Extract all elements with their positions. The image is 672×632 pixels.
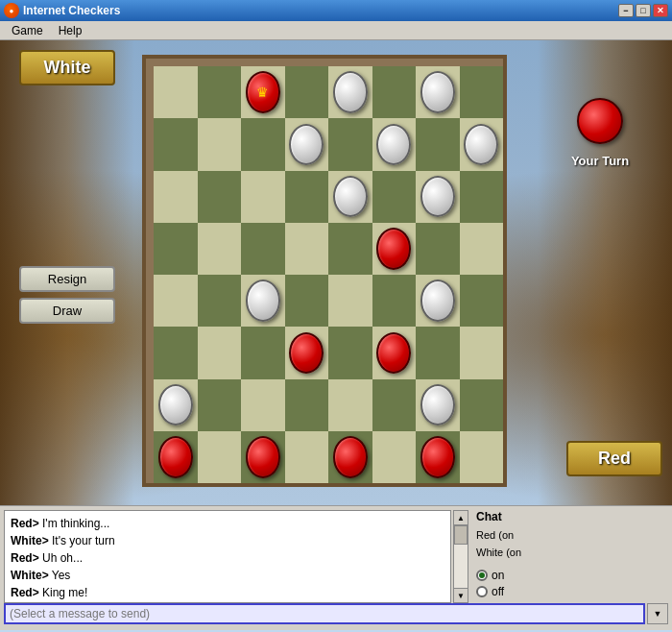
piece-red-7-2[interactable] (246, 436, 280, 477)
cell-3-4[interactable] (328, 223, 372, 275)
piece-white-2-4[interactable] (333, 176, 368, 217)
cell-0-4[interactable] (328, 66, 372, 118)
cell-3-5[interactable] (372, 223, 417, 275)
message-input[interactable] (4, 603, 645, 624)
cell-6-7[interactable] (460, 379, 504, 431)
cell-1-2[interactable] (241, 118, 285, 170)
piece-white-1-5[interactable] (376, 124, 411, 165)
cell-4-0[interactable] (154, 275, 198, 327)
piece-red-5-3[interactable] (289, 332, 324, 374)
cell-0-7[interactable] (460, 66, 504, 118)
radio-on-input[interactable] (476, 570, 488, 581)
cell-3-3[interactable] (285, 223, 329, 275)
cell-5-2[interactable] (241, 327, 285, 378)
cell-0-0[interactable] (154, 66, 198, 118)
piece-red-0-2[interactable] (246, 71, 280, 112)
cell-2-5[interactable] (372, 171, 417, 223)
cell-5-5[interactable] (372, 327, 417, 378)
cell-6-6[interactable] (416, 379, 460, 431)
cell-1-0[interactable] (154, 118, 198, 170)
player-red-box[interactable]: Red (566, 441, 662, 476)
cell-6-3[interactable] (285, 379, 329, 431)
cell-2-0[interactable] (154, 171, 198, 223)
cell-4-6[interactable] (416, 275, 460, 327)
cell-4-3[interactable] (285, 275, 329, 327)
piece-white-2-6[interactable] (420, 176, 455, 217)
piece-red-3-5[interactable] (376, 228, 411, 269)
cell-1-3[interactable] (285, 118, 329, 170)
radio-off-input[interactable] (476, 586, 488, 597)
piece-white-1-7[interactable] (464, 124, 498, 165)
piece-red-5-5[interactable] (376, 332, 411, 374)
cell-1-6[interactable] (416, 118, 460, 170)
cell-7-3[interactable] (285, 431, 329, 483)
cell-0-1[interactable] (198, 66, 242, 118)
cell-1-5[interactable] (372, 118, 417, 170)
radio-on-item[interactable]: on (476, 569, 666, 582)
cell-7-2[interactable] (241, 431, 285, 483)
cell-7-1[interactable] (198, 431, 242, 483)
cell-3-7[interactable] (460, 223, 504, 275)
cell-2-3[interactable] (285, 171, 329, 223)
draw-button[interactable]: Draw (19, 298, 115, 324)
cell-5-7[interactable] (460, 327, 504, 378)
scroll-up-button[interactable]: ▲ (453, 510, 468, 525)
cell-5-1[interactable] (198, 327, 242, 378)
piece-white-6-0[interactable] (158, 384, 193, 425)
cell-4-4[interactable] (328, 275, 372, 327)
cell-6-0[interactable] (154, 379, 198, 431)
cell-5-3[interactable] (285, 327, 329, 378)
piece-red-7-6[interactable] (420, 436, 455, 477)
cell-4-7[interactable] (460, 275, 504, 327)
resign-button[interactable]: Resign (19, 266, 115, 292)
cell-4-1[interactable] (198, 275, 242, 327)
cell-0-6[interactable] (416, 66, 460, 118)
send-dropdown-button[interactable]: ▼ (647, 603, 668, 624)
piece-white-4-6[interactable] (420, 280, 455, 321)
cell-7-7[interactable] (460, 431, 504, 483)
piece-white-6-6[interactable] (420, 384, 455, 425)
cell-5-4[interactable] (328, 327, 372, 378)
cell-3-6[interactable] (416, 223, 460, 275)
cell-4-2[interactable] (241, 275, 285, 327)
scroll-thumb[interactable] (454, 525, 468, 545)
cell-5-0[interactable] (154, 327, 198, 378)
scroll-down-button[interactable]: ▼ (453, 588, 468, 603)
menu-game[interactable]: Game (4, 22, 51, 39)
cell-7-6[interactable] (416, 431, 460, 483)
piece-white-0-6[interactable] (420, 71, 455, 112)
cell-6-4[interactable] (328, 379, 372, 431)
cell-2-2[interactable] (241, 171, 285, 223)
cell-2-1[interactable] (198, 171, 242, 223)
player-white-box[interactable]: White (19, 50, 115, 85)
cell-1-7[interactable] (460, 118, 504, 170)
cell-2-7[interactable] (460, 171, 504, 223)
piece-white-0-4[interactable] (333, 71, 368, 112)
cell-6-2[interactable] (241, 379, 285, 431)
cell-3-2[interactable] (241, 223, 285, 275)
cell-5-6[interactable] (416, 327, 460, 378)
cell-6-5[interactable] (372, 379, 417, 431)
cell-0-5[interactable] (372, 66, 417, 118)
radio-off-item[interactable]: off (476, 585, 666, 598)
cell-6-1[interactable] (198, 379, 242, 431)
maximize-button[interactable]: □ (636, 4, 651, 17)
cell-7-0[interactable] (154, 431, 198, 483)
piece-red-7-4[interactable] (333, 436, 368, 477)
cell-1-4[interactable] (328, 118, 372, 170)
cell-7-4[interactable] (328, 431, 372, 483)
checkerboard[interactable] (154, 66, 503, 483)
cell-7-5[interactable] (372, 431, 417, 483)
minimize-button[interactable]: − (618, 4, 634, 17)
cell-0-3[interactable] (285, 66, 329, 118)
piece-white-4-2[interactable] (246, 280, 280, 321)
piece-white-1-3[interactable] (289, 124, 324, 165)
piece-red-7-0[interactable] (158, 436, 193, 477)
cell-3-1[interactable] (198, 223, 242, 275)
cell-0-2[interactable] (241, 66, 285, 118)
cell-4-5[interactable] (372, 275, 417, 327)
cell-2-4[interactable] (328, 171, 372, 223)
close-button[interactable]: ✕ (653, 4, 668, 17)
cell-1-1[interactable] (198, 118, 242, 170)
menu-help[interactable]: Help (51, 22, 90, 39)
